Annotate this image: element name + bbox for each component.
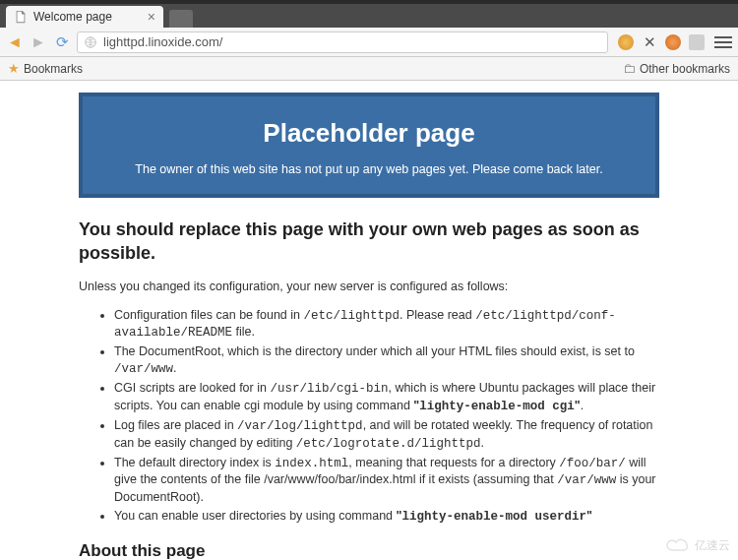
- site-info-icon: [84, 35, 97, 49]
- toolbar: ◄ ► ⟳ lighttpd.linoxide.com/ ✕: [0, 28, 738, 57]
- back-button[interactable]: ◄: [6, 33, 24, 51]
- new-tab-button[interactable]: [169, 10, 193, 28]
- browser-tab[interactable]: Welcome page ×: [6, 6, 163, 28]
- intro-text: Unless you changed its configuration, yo…: [79, 280, 659, 293]
- star-icon: ★: [8, 61, 20, 76]
- banner-title: Placeholder page: [92, 118, 646, 149]
- list-item: The DocumentRoot, which is the directory…: [114, 343, 659, 378]
- page-viewport[interactable]: Placeholder page The owner of this web s…: [0, 81, 738, 560]
- watermark: 亿速云: [665, 537, 730, 554]
- tab-title: Welcome page: [33, 10, 112, 24]
- reload-button[interactable]: ⟳: [53, 33, 71, 51]
- bookmarks-bar: ★ Bookmarks 🗀 Other bookmarks: [0, 57, 738, 81]
- page-icon: [14, 10, 28, 24]
- page-heading: You should replace this page with your o…: [79, 218, 659, 266]
- bookmarks-button[interactable]: ★ Bookmarks: [8, 61, 83, 76]
- extension-icon[interactable]: ✕: [642, 34, 657, 50]
- tab-strip: Welcome page ×: [0, 4, 738, 28]
- close-tab-icon[interactable]: ×: [148, 10, 155, 24]
- other-bookmarks-button[interactable]: 🗀 Other bookmarks: [623, 61, 730, 76]
- address-bar[interactable]: lighttpd.linoxide.com/: [77, 31, 608, 53]
- chrome-menu-button[interactable]: [714, 36, 732, 48]
- list-item: Configuration files can be found in /etc…: [114, 307, 659, 342]
- forward-button[interactable]: ►: [30, 33, 47, 51]
- list-item: Log files are placed in /var/log/lighttp…: [114, 417, 659, 453]
- bookmarks-label: Bookmarks: [24, 62, 83, 76]
- banner-subtitle: The owner of this web site has not put u…: [92, 162, 646, 176]
- extension-icon[interactable]: [618, 34, 634, 50]
- about-heading: About this page: [79, 541, 659, 560]
- url-text: lighttpd.linoxide.com/: [103, 34, 222, 49]
- extension-icons: ✕: [614, 34, 708, 50]
- extension-icon[interactable]: [665, 34, 681, 50]
- config-list: Configuration files can be found in /etc…: [79, 307, 659, 527]
- list-item: The default directory index is index.htm…: [114, 455, 659, 507]
- extension-icon[interactable]: [689, 34, 705, 50]
- list-item: You can enable user directories by using…: [114, 508, 659, 526]
- placeholder-banner: Placeholder page The owner of this web s…: [79, 93, 659, 198]
- folder-icon: 🗀: [623, 61, 636, 76]
- other-bookmarks-label: Other bookmarks: [640, 62, 730, 76]
- list-item: CGI scripts are looked for in /usr/lib/c…: [114, 380, 659, 415]
